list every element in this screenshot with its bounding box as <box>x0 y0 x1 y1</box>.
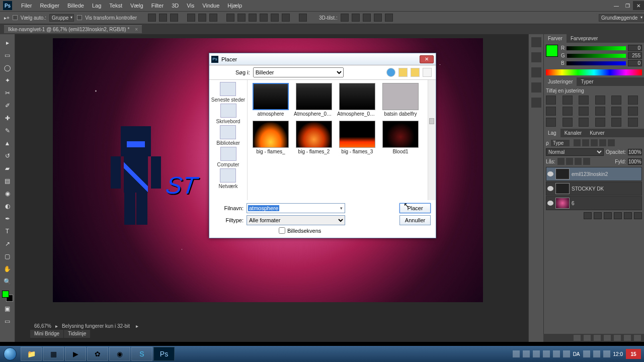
blend-mode-select[interactable]: Normal <box>546 148 604 156</box>
tray-language[interactable]: DA <box>573 351 580 357</box>
photoshop-taskbar-icon[interactable]: Ps <box>153 347 175 361</box>
menu-rediger[interactable]: Rediger <box>36 3 63 9</box>
distribute-icon[interactable] <box>226 14 234 22</box>
stamp-tool-icon[interactable]: ▲ <box>2 138 13 149</box>
align-icon[interactable] <box>198 14 206 22</box>
close-tab-icon[interactable]: × <box>135 27 138 32</box>
dialog-close-button[interactable]: ✕ <box>420 55 434 63</box>
mini-bridge-tab[interactable]: Mini Bridge <box>30 330 63 338</box>
color-value[interactable]: 0 <box>628 60 642 66</box>
fill-value[interactable]: 100% <box>628 158 642 165</box>
folder-icon[interactable] <box>604 335 611 341</box>
fx-icon[interactable] <box>584 335 591 341</box>
mask-icon[interactable] <box>594 212 602 219</box>
eyedropper-tool-icon[interactable]: ✐ <box>2 100 13 111</box>
volume-icon[interactable] <box>603 350 610 357</box>
close-button[interactable]: ✕ <box>633 1 644 10</box>
color-value[interactable]: 0 <box>628 45 642 51</box>
tray-icon[interactable] <box>543 350 550 357</box>
3d-icon[interactable] <box>385 14 393 22</box>
heal-tool-icon[interactable]: ✚ <box>2 113 13 124</box>
filter-icon[interactable] <box>591 139 598 146</box>
up-icon[interactable] <box>398 68 408 77</box>
adjustment-icon[interactable] <box>611 118 621 127</box>
adjustment-icon[interactable] <box>546 107 556 116</box>
menu-filer[interactable]: Filer <box>17 3 36 9</box>
document-tab[interactable]: Ikke-navngivet-1 @ 66,7% (emil123Inoskin… <box>4 25 142 33</box>
move-tool-icon[interactable]: ▸ <box>2 37 13 48</box>
menu-billede[interactable]: Billede <box>63 3 88 9</box>
align-icon[interactable] <box>170 14 178 22</box>
3d-icon[interactable] <box>341 14 349 22</box>
file-item[interactable]: Blood1 <box>379 121 422 154</box>
tab-colors[interactable]: Farver <box>544 34 567 43</box>
distribute-icon[interactable] <box>260 14 268 22</box>
lock-icon[interactable] <box>583 158 590 165</box>
layer-thumbnail[interactable] <box>555 168 570 179</box>
file-item[interactable]: big - flames_ <box>250 121 292 154</box>
menu-hjælp[interactable]: Hjælp <box>223 3 246 9</box>
dialog-titlebar[interactable]: Ps Placer ✕ <box>209 53 436 65</box>
distribute-icon[interactable] <box>282 14 290 22</box>
adjustment-icon[interactable] <box>579 107 589 116</box>
filename-input[interactable]: atmosphere <box>247 203 345 213</box>
maximize-button[interactable]: ❐ <box>622 1 633 10</box>
cancel-button[interactable]: Annuller <box>399 215 431 225</box>
menu-lag[interactable]: Lag <box>88 3 105 9</box>
eraser-tool-icon[interactable]: ▰ <box>2 163 13 174</box>
tab-swatches[interactable]: Farveprøver <box>567 34 602 43</box>
adjustment-layer-icon[interactable] <box>614 212 622 219</box>
history-panel-icon[interactable] <box>531 37 541 47</box>
menu-tekst[interactable]: Tekst <box>105 3 126 9</box>
crop-tool-icon[interactable]: ✂ <box>2 87 13 99</box>
adjustment-icon[interactable] <box>579 96 589 105</box>
gradient-tool-icon[interactable]: ▤ <box>2 175 13 187</box>
network-icon[interactable] <box>593 350 600 357</box>
adjustment-icon[interactable] <box>562 107 573 116</box>
adjustment-icon[interactable] <box>611 107 621 116</box>
layer-row[interactable]: STOCKKY DK <box>546 182 642 196</box>
scrollbar-thumb[interactable] <box>429 118 434 124</box>
filter-icon[interactable] <box>599 139 606 146</box>
menu-vis[interactable]: Vis <box>183 3 198 9</box>
minimize-button[interactable]: — <box>611 1 622 10</box>
new-folder-icon[interactable] <box>604 212 612 219</box>
adjustment-icon[interactable] <box>628 107 638 116</box>
color-slider[interactable] <box>567 46 626 50</box>
place-biblioteker[interactable]: Biblioteker <box>216 125 240 146</box>
tray-icon[interactable] <box>513 350 520 357</box>
opacity-value[interactable]: 100% <box>628 149 642 155</box>
filetype-select[interactable]: Alle formater <box>247 215 345 225</box>
tray-icon[interactable] <box>553 350 560 357</box>
tab-layers[interactable]: Lag <box>544 129 560 137</box>
foreground-swatch[interactable] <box>546 45 558 57</box>
folder-select[interactable]: Billeder <box>253 67 344 77</box>
quickmask-icon[interactable]: ▣ <box>2 303 13 314</box>
file-item[interactable]: atmosphere <box>250 83 292 117</box>
align-icon[interactable] <box>159 14 167 22</box>
zoom-tool-icon[interactable]: 🔍 <box>2 276 13 287</box>
app-taskbar-icon[interactable]: ✿ <box>87 347 108 361</box>
filter-icon[interactable] <box>608 139 615 146</box>
3d-icon[interactable] <box>352 14 360 22</box>
adjustment-icon[interactable] <box>595 118 605 127</box>
back-icon[interactable] <box>386 68 395 77</box>
distribute-icon[interactable] <box>249 14 257 22</box>
brush-tool-icon[interactable]: ✎ <box>2 125 13 136</box>
layer-thumbnail[interactable] <box>555 198 570 209</box>
minecraft-taskbar-icon[interactable]: ▦ <box>43 347 64 361</box>
properties-panel-icon[interactable] <box>531 52 541 62</box>
layer-row[interactable]: emil123Inoskin2 <box>546 167 642 181</box>
adjustment-icon[interactable] <box>628 118 638 127</box>
distribute-icon[interactable] <box>237 14 246 22</box>
place-button[interactable]: Placer <box>399 203 431 213</box>
group-dropdown[interactable]: Gruppe <box>49 14 74 22</box>
tab-types[interactable]: Typer <box>577 77 597 86</box>
menu-vindue[interactable]: Vindue <box>198 3 223 9</box>
trash-icon[interactable] <box>634 212 642 219</box>
place-seneste-steder[interactable]: Seneste steder <box>211 82 245 103</box>
visibility-icon[interactable] <box>547 171 553 176</box>
screenmode-icon[interactable]: ▭ <box>2 316 13 327</box>
3d-panel-icon[interactable] <box>531 98 541 108</box>
adjustment-icon[interactable] <box>614 335 621 341</box>
